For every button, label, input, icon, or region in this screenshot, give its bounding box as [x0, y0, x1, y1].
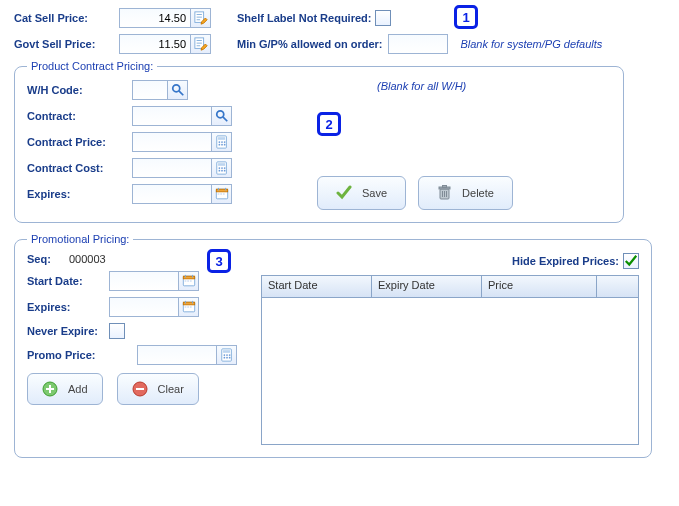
contract-input[interactable]	[132, 106, 212, 126]
contract-cost-input[interactable]	[132, 158, 212, 178]
svg-rect-31	[443, 186, 447, 188]
minus-circle-icon	[132, 381, 148, 397]
contract-price-calc-icon[interactable]	[212, 132, 232, 152]
hide-expired-prices-checkbox[interactable]	[623, 253, 639, 269]
svg-point-11	[218, 144, 220, 146]
delete-button-label: Delete	[462, 187, 494, 199]
min-gp-allowed-label: Min G/P% allowed on order:	[237, 38, 382, 50]
svg-point-51	[223, 354, 225, 356]
trash-icon	[437, 185, 452, 201]
annotation-2: 2	[317, 112, 341, 136]
svg-point-2	[172, 85, 179, 92]
annotation-1: 1	[454, 5, 478, 29]
svg-rect-59	[136, 388, 144, 390]
shelf-label-not-required-checkbox[interactable]	[375, 10, 391, 26]
svg-point-4	[216, 111, 223, 118]
never-expire-label: Never Expire:	[27, 325, 109, 337]
contract-price-input[interactable]	[132, 132, 212, 152]
svg-rect-48	[189, 306, 191, 308]
svg-rect-46	[184, 306, 186, 308]
promo-price-input[interactable]	[137, 345, 217, 365]
promo-grid[interactable]: Start Date Expiry Date Price	[261, 275, 639, 445]
svg-line-3	[178, 91, 182, 95]
promo-price-calc-icon[interactable]	[217, 345, 237, 365]
cat-sell-price-edit-icon[interactable]	[191, 8, 211, 28]
contract-label: Contract:	[27, 110, 132, 122]
clear-button[interactable]: Clear	[117, 373, 199, 405]
promo-start-calendar-icon[interactable]	[179, 271, 199, 291]
grid-col-expiry-date[interactable]: Expiry Date	[372, 276, 482, 297]
promo-expires-label: Expires:	[27, 301, 109, 313]
svg-rect-7	[218, 137, 225, 140]
grid-col-start-date[interactable]: Start Date	[262, 276, 372, 297]
svg-point-8	[218, 141, 220, 143]
contract-cost-label: Contract Cost:	[27, 162, 132, 174]
promo-price-label: Promo Price:	[27, 349, 109, 361]
contract-expires-calendar-icon[interactable]	[212, 184, 232, 204]
contract-price-label: Contract Price:	[27, 136, 132, 148]
delete-button[interactable]: Delete	[418, 176, 513, 210]
promo-expires-calendar-icon[interactable]	[179, 297, 199, 317]
blank-for-all-wh-note: (Blank for all W/H)	[377, 80, 466, 92]
cat-sell-price-input[interactable]	[119, 8, 191, 28]
add-button[interactable]: Add	[27, 373, 103, 405]
svg-rect-41	[189, 280, 191, 282]
contract-expires-label: Expires:	[27, 188, 132, 200]
plus-circle-icon	[42, 381, 58, 397]
svg-point-10	[223, 141, 225, 143]
svg-rect-23	[216, 189, 227, 192]
svg-point-16	[218, 167, 220, 169]
svg-rect-28	[222, 193, 224, 195]
svg-point-52	[226, 354, 228, 356]
svg-rect-15	[218, 163, 225, 166]
svg-rect-36	[183, 276, 194, 279]
save-button-label: Save	[362, 187, 387, 199]
svg-point-20	[221, 170, 223, 172]
svg-point-55	[226, 357, 228, 359]
govt-sell-price-edit-icon[interactable]	[191, 34, 211, 54]
product-contract-pricing-legend: Product Contract Pricing:	[27, 60, 157, 72]
svg-point-56	[228, 357, 230, 359]
contract-lookup-icon[interactable]	[212, 106, 232, 126]
govt-sell-price-input[interactable]	[119, 34, 191, 54]
promo-start-date-input[interactable]	[109, 271, 179, 291]
svg-rect-40	[187, 280, 189, 282]
min-gp-allowed-input[interactable]	[388, 34, 448, 54]
svg-rect-26	[217, 193, 219, 195]
promo-expires-input[interactable]	[109, 297, 179, 317]
svg-point-54	[223, 357, 225, 359]
clear-button-label: Clear	[158, 383, 184, 395]
govt-sell-price-label: Govt Sell Price:	[14, 38, 119, 50]
svg-rect-39	[184, 280, 186, 282]
grid-col-blank	[597, 276, 638, 297]
annotation-3: 3	[207, 249, 231, 273]
svg-point-12	[221, 144, 223, 146]
promo-start-date-label: Start Date:	[27, 275, 109, 287]
svg-rect-27	[220, 193, 222, 195]
svg-rect-43	[183, 302, 194, 305]
add-button-label: Add	[68, 383, 88, 395]
blank-defaults-note: Blank for system/PG defaults	[460, 38, 602, 50]
svg-point-19	[218, 170, 220, 172]
contract-expires-input[interactable]	[132, 184, 212, 204]
wh-code-lookup-icon[interactable]	[168, 80, 188, 100]
seq-value: 000003	[69, 253, 106, 265]
seq-label: Seq:	[27, 253, 63, 265]
grid-col-price[interactable]: Price	[482, 276, 597, 297]
wh-code-label: W/H Code:	[27, 84, 132, 96]
save-button[interactable]: Save	[317, 176, 406, 210]
shelf-label-not-required-label: Shelf Label Not Required:	[237, 12, 371, 24]
never-expire-checkbox[interactable]	[109, 323, 125, 339]
cat-sell-price-label: Cat Sell Price:	[14, 12, 119, 24]
hide-expired-prices-label: Hide Expired Prices:	[512, 255, 619, 267]
promotional-pricing-panel: Promotional Pricing: Seq: 000003 3 Start…	[14, 233, 652, 458]
contract-cost-calc-icon[interactable]	[212, 158, 232, 178]
svg-rect-47	[187, 306, 189, 308]
wh-code-input[interactable]	[132, 80, 168, 100]
product-contract-pricing-panel: Product Contract Pricing: W/H Code: Cont…	[14, 60, 624, 223]
svg-line-5	[222, 117, 226, 121]
check-icon	[336, 185, 352, 201]
svg-rect-50	[223, 350, 230, 353]
svg-point-18	[223, 167, 225, 169]
promotional-pricing-legend: Promotional Pricing:	[27, 233, 133, 245]
